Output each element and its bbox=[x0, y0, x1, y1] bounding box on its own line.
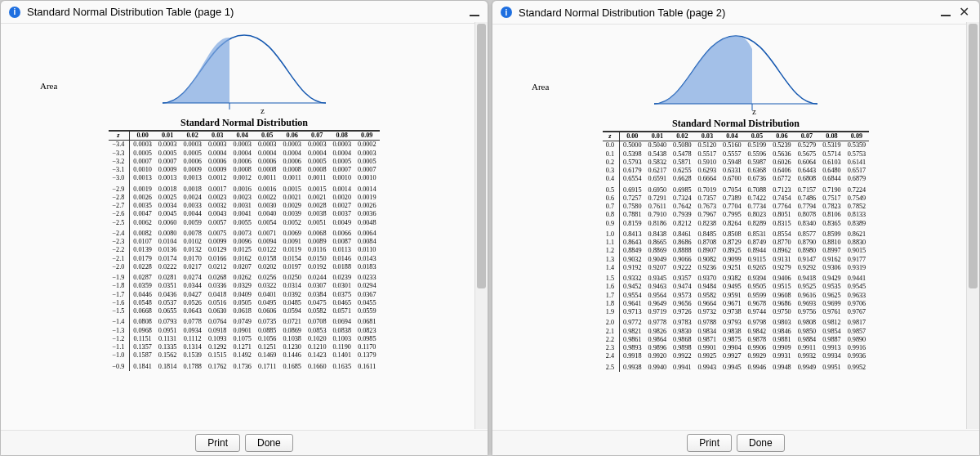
z-value: 1.3 bbox=[603, 256, 620, 264]
scrollbar-2[interactable] bbox=[966, 22, 979, 429]
prob-value: 0.9904 bbox=[719, 344, 745, 352]
table-row: −2.60.00470.00450.00440.00430.00410.0040… bbox=[109, 210, 379, 218]
prob-value: 0.7054 bbox=[719, 184, 745, 194]
prob-value: 0.9370 bbox=[695, 272, 720, 283]
minimize-icon[interactable] bbox=[470, 15, 479, 16]
prob-value: 0.0011 bbox=[279, 174, 305, 182]
prob-value: 0.9906 bbox=[745, 344, 770, 352]
prob-value: 0.9678 bbox=[745, 300, 770, 308]
prob-value: 0.9896 bbox=[645, 344, 670, 352]
table-row: 0.10.53980.54380.54780.55170.55570.55960… bbox=[603, 150, 869, 159]
z-value: 2.1 bbox=[603, 328, 620, 336]
table-row: −2.80.00260.00250.00240.00230.00230.0022… bbox=[109, 194, 379, 202]
dist-title-2: Standard Normal Distribution bbox=[499, 118, 973, 130]
prob-value: 0.9920 bbox=[645, 352, 670, 360]
scroll-thumb-1[interactable] bbox=[477, 24, 486, 288]
prob-value: 0.0708 bbox=[305, 315, 330, 326]
z-value: 2.2 bbox=[603, 336, 620, 344]
prob-value: 0.8159 bbox=[620, 220, 645, 228]
prob-value: 0.0019 bbox=[130, 183, 155, 194]
prob-value: 0.9929 bbox=[745, 352, 770, 360]
prob-value: 0.5438 bbox=[645, 150, 670, 159]
prob-value: 0.0392 bbox=[279, 291, 305, 299]
prob-value: 0.0008 bbox=[305, 166, 330, 174]
window-title-1: Standard Normal Distribution Table (page… bbox=[27, 6, 234, 18]
scrollbar-1[interactable] bbox=[474, 22, 488, 429]
done-button[interactable]: Done bbox=[737, 434, 785, 452]
prob-value: 0.8438 bbox=[645, 228, 670, 239]
prob-value: 0.9857 bbox=[844, 328, 870, 336]
prob-value: 0.0465 bbox=[329, 299, 354, 307]
window-page2: i Standard Normal Distribution Table (pa… bbox=[492, 0, 980, 456]
table-row: −2.90.00190.00180.00180.00170.00160.0016… bbox=[109, 183, 379, 194]
prob-value: 0.6255 bbox=[670, 167, 695, 175]
prob-value: 0.7794 bbox=[795, 203, 820, 211]
prob-value: 0.9838 bbox=[719, 328, 745, 336]
prob-value: 0.0013 bbox=[130, 174, 155, 182]
prob-value: 0.0418 bbox=[205, 291, 230, 299]
col-header: 0.08 bbox=[819, 132, 844, 141]
table-row: −1.30.09680.09510.09340.09180.09010.0885… bbox=[109, 327, 379, 335]
prob-value: 0.8106 bbox=[819, 211, 844, 219]
close-icon[interactable]: ✕ bbox=[957, 6, 971, 19]
prob-value: 0.8810 bbox=[819, 239, 844, 247]
prob-value: 0.8708 bbox=[695, 239, 720, 247]
col-header: 0.02 bbox=[670, 132, 695, 141]
prob-value: 0.6772 bbox=[769, 175, 795, 183]
print-button[interactable]: Print bbox=[687, 434, 732, 452]
prob-value: 0.8264 bbox=[719, 220, 745, 228]
prob-value: 0.9713 bbox=[620, 308, 645, 316]
prob-value: 0.6736 bbox=[745, 175, 770, 183]
prob-value: 0.9916 bbox=[844, 344, 870, 352]
prob-value: 0.9032 bbox=[620, 256, 645, 264]
prob-value: 0.9834 bbox=[695, 328, 720, 336]
z-value: −1.1 bbox=[109, 343, 129, 351]
prob-value: 0.8485 bbox=[695, 228, 720, 239]
prob-value: 0.9515 bbox=[769, 283, 795, 291]
prob-value: 0.5199 bbox=[745, 141, 770, 150]
prob-value: 0.9162 bbox=[819, 256, 844, 264]
print-button[interactable]: Print bbox=[195, 434, 240, 452]
prob-value: 0.1251 bbox=[255, 343, 280, 351]
z-header: z bbox=[109, 131, 129, 141]
prob-value: 0.9671 bbox=[719, 300, 745, 308]
prob-value: 0.5871 bbox=[670, 159, 695, 167]
table-row: 1.40.91920.92070.92220.92360.92510.92650… bbox=[603, 264, 869, 272]
prob-value: 0.9812 bbox=[819, 316, 844, 327]
prob-value: 0.0011 bbox=[305, 174, 330, 182]
prob-value: 0.1841 bbox=[130, 360, 155, 371]
prob-value: 0.0594 bbox=[279, 307, 305, 315]
prob-value: 0.0239 bbox=[329, 271, 354, 282]
prob-value: 0.1314 bbox=[180, 343, 205, 351]
z-value: 0.7 bbox=[603, 203, 620, 211]
table-row: 1.30.90320.90490.90660.90820.90990.91150… bbox=[603, 256, 869, 264]
minimize-icon[interactable] bbox=[941, 15, 951, 16]
prob-value: 0.0244 bbox=[305, 271, 330, 282]
z-value: 1.1 bbox=[603, 239, 620, 247]
prob-value: 0.0005 bbox=[130, 150, 155, 158]
prob-value: 0.0057 bbox=[205, 219, 230, 227]
prob-value: 0.1020 bbox=[305, 335, 330, 343]
prob-value: 0.0018 bbox=[155, 183, 180, 194]
prob-value: 0.0066 bbox=[329, 227, 354, 238]
prob-value: 0.7611 bbox=[645, 203, 670, 211]
prob-value: 0.9582 bbox=[695, 292, 720, 300]
prob-value: 0.6480 bbox=[819, 167, 844, 175]
prob-value: 0.1210 bbox=[305, 343, 330, 351]
prob-value: 0.6950 bbox=[645, 184, 670, 194]
prob-value: 0.9778 bbox=[645, 316, 670, 327]
prob-value: 0.1357 bbox=[130, 343, 155, 351]
table-row: −2.50.00620.00600.00590.00570.00550.0054… bbox=[109, 219, 379, 227]
scroll-thumb-2[interactable] bbox=[969, 24, 978, 288]
prob-value: 0.6443 bbox=[795, 167, 820, 175]
prob-value: 0.9821 bbox=[620, 328, 645, 336]
prob-value: 0.1112 bbox=[180, 335, 205, 343]
prob-value: 0.7257 bbox=[620, 194, 645, 203]
prob-value: 0.9732 bbox=[695, 308, 720, 316]
prob-value: 0.8023 bbox=[745, 211, 770, 219]
prob-value: 0.9418 bbox=[795, 272, 820, 283]
col-header: 0.00 bbox=[620, 132, 645, 141]
done-button[interactable]: Done bbox=[245, 434, 293, 452]
table-row: 0.90.81590.81860.82120.82380.82640.82890… bbox=[603, 220, 869, 228]
prob-value: 0.8389 bbox=[844, 220, 870, 228]
